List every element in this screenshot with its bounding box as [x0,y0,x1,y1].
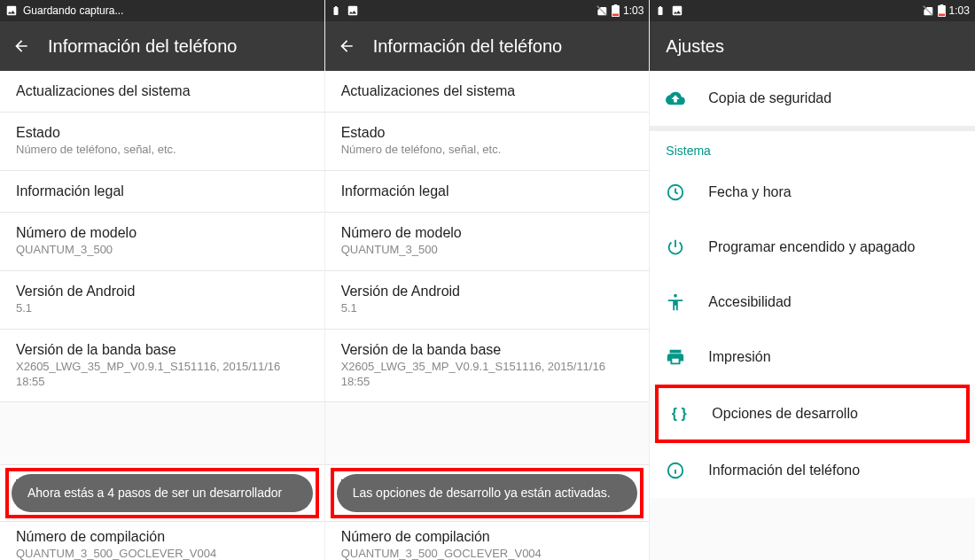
item-about-phone[interactable]: Información del teléfono [650,443,975,498]
back-arrow-icon[interactable] [338,37,355,55]
item-android-version[interactable]: Versión de Android 5.1 [325,271,650,330]
statusbar-saving-text: Guardando captura... [23,4,123,17]
app-bar: Ajustes [650,21,975,71]
item-status[interactable]: Estado Número de teléfono, señal, etc. [325,113,650,171]
power-icon [666,237,685,257]
item-model-number[interactable]: Número de modelo QUANTUM_3_500 [325,213,650,271]
back-arrow-icon[interactable] [12,37,30,55]
settings-list: Actualizaciones del sistema Estado Númer… [0,71,324,402]
item-date-time[interactable]: Fecha y hora [650,165,975,220]
item-legal-info[interactable]: Información legal [325,171,650,213]
battery-low-icon [938,4,946,17]
toast-message: Las opciones de desarrollo ya están acti… [337,474,638,512]
item-developer-options[interactable]: { } Opciones de desarrollo [659,388,966,439]
item-status[interactable]: Estado Número de teléfono, señal, etc. [0,113,324,171]
no-sim-icon [596,4,608,17]
battery-notif-icon [655,5,666,16]
clock-icon [666,183,685,202]
status-bar: 1:03 [650,0,975,21]
page-title: Información del teléfono [48,36,237,57]
svg-rect-0 [612,14,619,17]
cloud-upload-icon [666,89,685,108]
item-model-number[interactable]: Número de modelo QUANTUM_3_500 [0,213,324,271]
highlight-box: Las opciones de desarrollo ya están acti… [331,468,644,518]
toast-message: Ahora estás a 4 pasos de ser un desarrol… [12,474,313,512]
item-legal-info[interactable]: Información legal [0,171,324,213]
status-bar: 1:03 [325,0,650,21]
item-system-updates[interactable]: Actualizaciones del sistema [0,71,324,113]
statusbar-time: 1:03 [623,4,644,17]
braces-icon: { } [669,404,689,424]
image-icon [5,4,18,17]
printer-icon [666,347,685,367]
settings-list: Actualizaciones del sistema Estado Númer… [325,71,650,402]
item-backup[interactable]: Copia de seguridad [650,71,975,126]
svg-rect-1 [939,14,945,17]
screen-settings: 1:03 Ajustes Copia de seguridad Sistema … [650,0,975,560]
item-build-number[interactable]: Número de compilación QUANTUM_3_500_GOCL… [325,521,650,560]
highlight-box: Ahora estás a 4 pasos de ser un desarrol… [5,468,319,518]
statusbar-time: 1:03 [949,4,970,17]
no-sim-icon [922,4,934,17]
page-title: Ajustes [666,36,724,57]
status-bar: Guardando captura... [0,0,324,21]
item-printing[interactable]: Impresión [650,330,975,385]
item-android-version[interactable]: Versión de Android 5.1 [0,271,324,330]
section-header-system: Sistema [650,126,975,165]
info-icon [666,461,685,480]
item-system-updates[interactable]: Actualizaciones del sistema [325,71,650,113]
item-build-number[interactable]: Número de compilación QUANTUM_3_500_GOCL… [0,521,324,560]
svg-point-3 [674,294,677,298]
accessibility-icon [666,292,685,312]
battery-low-icon [612,4,620,17]
battery-notif-icon [331,5,341,16]
item-baseband-version[interactable]: Versión de la banda base X2605_LWG_35_MP… [0,330,324,403]
image-icon [671,4,683,17]
app-bar: Información del teléfono [325,21,650,71]
highlight-box: { } Opciones de desarrollo [655,385,970,443]
image-icon [347,4,359,17]
item-accessibility[interactable]: Accesibilidad [650,275,975,330]
item-schedule-power[interactable]: Programar encendido y apagado [650,220,975,275]
item-baseband-version[interactable]: Versión de la banda base X2605_LWG_35_MP… [325,330,650,403]
app-bar: Información del teléfono [0,21,324,71]
page-title: Información del teléfono [373,36,562,57]
screen-phone-info-2: 1:03 Información del teléfono Actualizac… [325,0,651,560]
screen-phone-info-1: Guardando captura... Información del tel… [0,0,325,560]
